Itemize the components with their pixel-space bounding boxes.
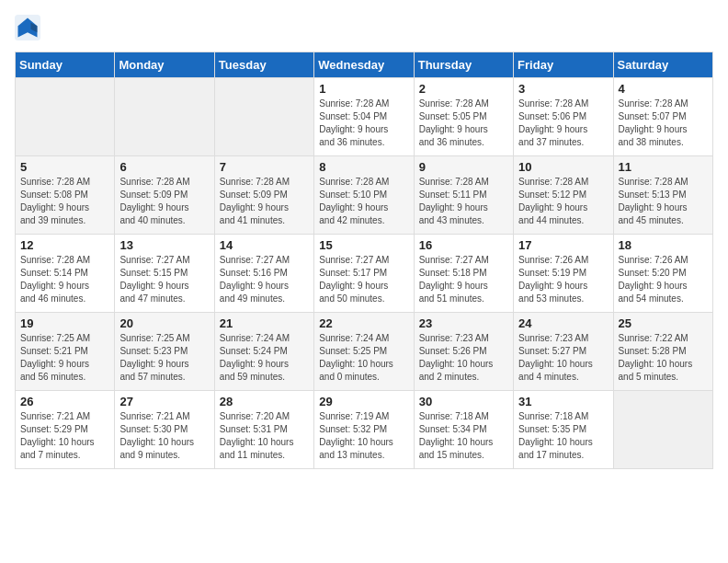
calendar-week-row: 12Sunrise: 7:28 AM Sunset: 5:14 PM Dayli… [16, 235, 713, 313]
day-header-sunday: Sunday [16, 52, 115, 78]
calendar-cell: 4Sunrise: 7:28 AM Sunset: 5:07 PM Daylig… [613, 78, 712, 156]
calendar-cell: 1Sunrise: 7:28 AM Sunset: 5:04 PM Daylig… [314, 78, 414, 156]
day-number: 1 [319, 82, 408, 96]
calendar-cell: 17Sunrise: 7:26 AM Sunset: 5:19 PM Dayli… [514, 235, 613, 313]
calendar-cell: 15Sunrise: 7:27 AM Sunset: 5:17 PM Dayli… [314, 235, 414, 313]
day-number: 23 [419, 316, 508, 330]
calendar-cell: 31Sunrise: 7:18 AM Sunset: 5:35 PM Dayli… [514, 391, 613, 469]
day-header-saturday: Saturday [613, 52, 712, 78]
calendar-week-row: 1Sunrise: 7:28 AM Sunset: 5:04 PM Daylig… [16, 78, 713, 156]
day-number: 25 [619, 316, 708, 330]
day-number: 15 [319, 238, 408, 252]
day-number: 14 [220, 238, 309, 252]
calendar-cell: 28Sunrise: 7:20 AM Sunset: 5:31 PM Dayli… [214, 391, 313, 469]
day-number: 6 [119, 160, 209, 174]
day-number: 22 [319, 316, 408, 330]
day-number: 2 [419, 82, 508, 96]
calendar-week-row: 19Sunrise: 7:25 AM Sunset: 5:21 PM Dayli… [16, 313, 713, 391]
calendar-cell: 11Sunrise: 7:28 AM Sunset: 5:13 PM Dayli… [613, 156, 712, 235]
calendar-cell: 2Sunrise: 7:28 AM Sunset: 5:05 PM Daylig… [414, 78, 513, 156]
day-info: Sunrise: 7:28 AM Sunset: 5:13 PM Dayligh… [619, 176, 708, 227]
calendar-cell: 6Sunrise: 7:28 AM Sunset: 5:09 PM Daylig… [115, 156, 214, 235]
calendar-cell: 18Sunrise: 7:26 AM Sunset: 5:20 PM Dayli… [613, 235, 712, 313]
day-header-thursday: Thursday [414, 52, 513, 78]
day-info: Sunrise: 7:28 AM Sunset: 5:12 PM Dayligh… [518, 176, 608, 227]
calendar-cell: 21Sunrise: 7:24 AM Sunset: 5:24 PM Dayli… [214, 313, 313, 391]
day-info: Sunrise: 7:28 AM Sunset: 5:05 PM Dayligh… [419, 98, 508, 149]
day-info: Sunrise: 7:23 AM Sunset: 5:26 PM Dayligh… [419, 332, 508, 384]
day-number: 17 [518, 238, 608, 252]
day-number: 10 [518, 160, 608, 174]
day-info: Sunrise: 7:27 AM Sunset: 5:15 PM Dayligh… [119, 254, 209, 305]
calendar-cell: 5Sunrise: 7:28 AM Sunset: 5:08 PM Daylig… [16, 156, 115, 235]
day-info: Sunrise: 7:18 AM Sunset: 5:34 PM Dayligh… [419, 410, 508, 462]
day-number: 30 [419, 395, 508, 408]
day-number: 24 [518, 316, 608, 330]
day-info: Sunrise: 7:28 AM Sunset: 5:04 PM Dayligh… [319, 98, 408, 149]
day-number: 5 [20, 160, 109, 174]
day-number: 16 [419, 238, 508, 252]
day-number: 31 [518, 395, 608, 408]
day-info: Sunrise: 7:28 AM Sunset: 5:11 PM Dayligh… [419, 176, 508, 227]
calendar-cell [214, 78, 313, 156]
day-number: 26 [20, 395, 109, 408]
calendar-cell: 29Sunrise: 7:19 AM Sunset: 5:32 PM Dayli… [314, 391, 414, 469]
day-header-wednesday: Wednesday [314, 52, 414, 78]
calendar-cell: 9Sunrise: 7:28 AM Sunset: 5:11 PM Daylig… [414, 156, 513, 235]
day-info: Sunrise: 7:19 AM Sunset: 5:32 PM Dayligh… [319, 410, 408, 462]
day-number: 18 [619, 238, 708, 252]
day-number: 28 [220, 395, 309, 408]
day-number: 27 [119, 395, 209, 408]
calendar-cell: 27Sunrise: 7:21 AM Sunset: 5:30 PM Dayli… [115, 391, 214, 469]
calendar-table: SundayMondayTuesdayWednesdayThursdayFrid… [15, 52, 713, 469]
day-number: 19 [20, 316, 109, 330]
calendar-cell [16, 78, 115, 156]
day-header-tuesday: Tuesday [214, 52, 313, 78]
day-number: 7 [220, 160, 309, 174]
calendar-cell: 12Sunrise: 7:28 AM Sunset: 5:14 PM Dayli… [16, 235, 115, 313]
calendar-cell: 14Sunrise: 7:27 AM Sunset: 5:16 PM Dayli… [214, 235, 313, 313]
day-number: 21 [220, 316, 309, 330]
day-number: 12 [20, 238, 109, 252]
day-info: Sunrise: 7:21 AM Sunset: 5:30 PM Dayligh… [119, 410, 209, 462]
day-info: Sunrise: 7:23 AM Sunset: 5:27 PM Dayligh… [518, 332, 608, 384]
calendar-cell [115, 78, 214, 156]
header [15, 15, 713, 40]
calendar-header-row: SundayMondayTuesdayWednesdayThursdayFrid… [16, 52, 713, 78]
day-info: Sunrise: 7:21 AM Sunset: 5:29 PM Dayligh… [20, 410, 109, 462]
day-info: Sunrise: 7:28 AM Sunset: 5:14 PM Dayligh… [20, 254, 109, 305]
day-info: Sunrise: 7:28 AM Sunset: 5:06 PM Dayligh… [518, 98, 608, 149]
day-info: Sunrise: 7:20 AM Sunset: 5:31 PM Dayligh… [220, 410, 309, 462]
calendar-week-row: 5Sunrise: 7:28 AM Sunset: 5:08 PM Daylig… [16, 156, 713, 235]
day-info: Sunrise: 7:28 AM Sunset: 5:07 PM Dayligh… [619, 98, 708, 149]
calendar-cell: 8Sunrise: 7:28 AM Sunset: 5:10 PM Daylig… [314, 156, 414, 235]
day-info: Sunrise: 7:27 AM Sunset: 5:18 PM Dayligh… [419, 254, 508, 305]
day-info: Sunrise: 7:22 AM Sunset: 5:28 PM Dayligh… [619, 332, 708, 384]
day-info: Sunrise: 7:28 AM Sunset: 5:10 PM Dayligh… [319, 176, 408, 227]
day-info: Sunrise: 7:24 AM Sunset: 5:24 PM Dayligh… [220, 332, 309, 384]
calendar-cell: 30Sunrise: 7:18 AM Sunset: 5:34 PM Dayli… [414, 391, 513, 469]
day-number: 20 [119, 316, 209, 330]
calendar-cell: 20Sunrise: 7:25 AM Sunset: 5:23 PM Dayli… [115, 313, 214, 391]
logo-icon [15, 15, 40, 40]
day-number: 9 [419, 160, 508, 174]
calendar-cell: 22Sunrise: 7:24 AM Sunset: 5:25 PM Dayli… [314, 313, 414, 391]
day-info: Sunrise: 7:27 AM Sunset: 5:17 PM Dayligh… [319, 254, 408, 305]
day-number: 29 [319, 395, 408, 408]
calendar-cell: 23Sunrise: 7:23 AM Sunset: 5:26 PM Dayli… [414, 313, 513, 391]
day-info: Sunrise: 7:28 AM Sunset: 5:08 PM Dayligh… [20, 176, 109, 227]
day-info: Sunrise: 7:26 AM Sunset: 5:20 PM Dayligh… [619, 254, 708, 305]
day-header-friday: Friday [514, 52, 613, 78]
calendar-cell: 13Sunrise: 7:27 AM Sunset: 5:15 PM Dayli… [115, 235, 214, 313]
calendar-cell: 3Sunrise: 7:28 AM Sunset: 5:06 PM Daylig… [514, 78, 613, 156]
calendar-cell: 16Sunrise: 7:27 AM Sunset: 5:18 PM Dayli… [414, 235, 513, 313]
day-number: 8 [319, 160, 408, 174]
calendar-cell [613, 391, 712, 469]
day-info: Sunrise: 7:27 AM Sunset: 5:16 PM Dayligh… [220, 254, 309, 305]
calendar-cell: 25Sunrise: 7:22 AM Sunset: 5:28 PM Dayli… [613, 313, 712, 391]
day-info: Sunrise: 7:28 AM Sunset: 5:09 PM Dayligh… [220, 176, 309, 227]
day-info: Sunrise: 7:25 AM Sunset: 5:21 PM Dayligh… [20, 332, 109, 384]
day-number: 13 [119, 238, 209, 252]
logo [15, 15, 44, 40]
calendar-cell: 7Sunrise: 7:28 AM Sunset: 5:09 PM Daylig… [214, 156, 313, 235]
